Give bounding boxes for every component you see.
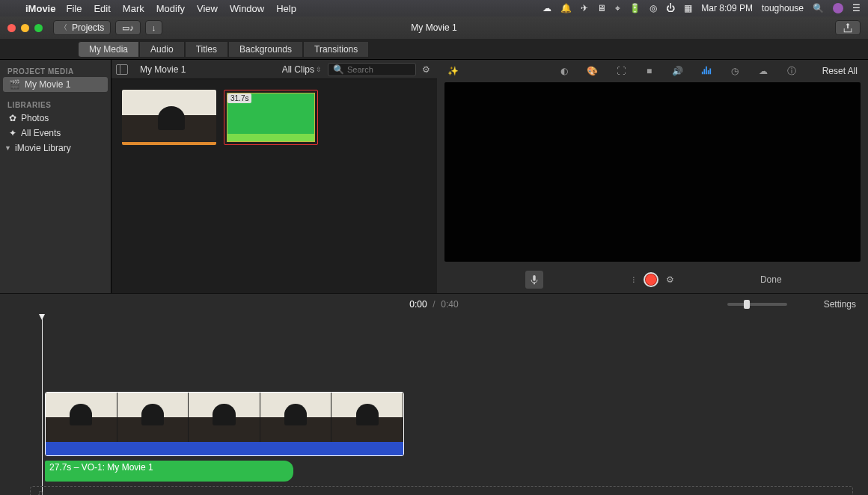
search-input[interactable] (347, 65, 415, 74)
menu-mark[interactable]: Mark (123, 3, 144, 14)
volume-icon[interactable]: 🔊 (671, 66, 685, 76)
current-time: 0:00 (409, 299, 427, 310)
menu-modify[interactable]: Modify (156, 3, 185, 14)
drag-handle-icon[interactable]: ⫶ (632, 274, 636, 285)
music-track[interactable]: ♫ (30, 486, 853, 495)
video-frame (189, 393, 260, 442)
menu-help[interactable]: Help (276, 3, 296, 14)
spotlight-icon[interactable]: 🔍 (813, 3, 824, 13)
search-box[interactable]: 🔍 (328, 63, 416, 76)
clip-grid: 31.7s (111, 79, 437, 293)
screenshot-icon[interactable]: ◎ (650, 3, 657, 13)
clip-filter[interactable]: All Clips⇳ (282, 64, 322, 75)
music-icon: ♫ (37, 488, 43, 495)
media-tabs: My Media Audio Titles Backgrounds Transi… (0, 39, 868, 60)
timeline[interactable]: 27.7s – VO-1: My Movie 1 ♫ (0, 314, 868, 495)
audio-track-clip[interactable]: 27.7s – VO-1: My Movie 1 (45, 461, 293, 482)
power-icon[interactable]: ⏻ (666, 3, 675, 13)
effects-icon[interactable]: ☁︎ (757, 66, 770, 76)
speed-icon[interactable]: ◷ (728, 66, 742, 76)
sidebar-item-all-events[interactable]: ✦ All Events (3, 126, 108, 141)
share-button[interactable] (835, 20, 861, 35)
control-center-icon[interactable]: ☰ (852, 3, 861, 13)
projects-button[interactable]: 〈Projects (53, 20, 111, 35)
color-balance-icon[interactable]: ◐ (557, 66, 571, 76)
zoom-button[interactable] (34, 24, 43, 32)
gear-icon[interactable]: ⚙︎ (422, 64, 433, 75)
tab-transitions[interactable]: Transitions (303, 41, 369, 58)
clip-duration-badge: 31.7s (227, 93, 251, 103)
audio-clip-label: 27.7s – VO-1: My Movie 1 (49, 462, 153, 473)
location-icon[interactable]: ✈︎ (581, 3, 588, 13)
browser-project-name: My Movie 1 (140, 64, 186, 75)
timeline-header: 0:00 / 0:40 Settings (0, 293, 868, 314)
app-menus: File Edit Mark Modify View Window Help (66, 3, 296, 14)
window-controls (7, 24, 43, 32)
menu-edit[interactable]: Edit (94, 3, 110, 14)
audio-clip-thumb[interactable]: 31.7s (224, 90, 318, 145)
tab-backgrounds[interactable]: Backgrounds (228, 41, 303, 58)
record-button[interactable] (644, 272, 658, 287)
library-sidebar: PROJECT MEDIA 🎬 My Movie 1 LIBRARIES ✿ P… (0, 60, 111, 293)
tab-audio[interactable]: Audio (139, 41, 185, 58)
menu-file[interactable]: File (66, 3, 82, 14)
preview-toolbar: ✨ ◐ 🎨 ⛶ ■ 🔊 ◷ ☁︎ ⓘ Reset All (437, 60, 868, 82)
clip-audio-wave (46, 442, 403, 455)
star-icon: ✦ (9, 128, 16, 138)
sidebar-item-library[interactable]: ▼ iMovie Library (3, 141, 108, 156)
sidebar-header-libraries: LIBRARIES (3, 98, 108, 111)
sidebar-item-photos[interactable]: ✿ Photos (3, 111, 108, 126)
timeline-settings-button[interactable]: Settings (824, 299, 856, 310)
layout-toggle[interactable]: ▭♪ (115, 20, 141, 35)
equalizer-icon[interactable] (700, 65, 713, 78)
video-track-clip[interactable] (45, 392, 404, 456)
app-name[interactable]: iMovie (25, 3, 55, 14)
siri-icon[interactable] (833, 3, 843, 13)
tab-my-media[interactable]: My Media (78, 41, 139, 58)
menu-view[interactable]: View (197, 3, 218, 14)
time-display: 0:00 / 0:40 (409, 298, 458, 310)
enhance-icon[interactable]: ✨ (447, 66, 459, 76)
stabilize-icon[interactable]: ■ (643, 66, 656, 76)
menubar-tray: ☁︎ 🔔 ✈︎ 🖥 ⌖ 🔋 ◎ ⏻ ▦ Mar 8:09 PM toughous… (542, 3, 861, 13)
tab-titles[interactable]: Titles (185, 41, 228, 58)
macos-menubar: iMovie File Edit Mark Modify View Window… (0, 0, 868, 16)
video-frame (46, 393, 117, 442)
crop-icon[interactable]: ⛶ (614, 66, 628, 76)
reset-all-button[interactable]: Reset All (822, 66, 858, 76)
video-frame (260, 393, 332, 442)
video-clip-thumb[interactable] (122, 90, 216, 145)
preview-footer: ⫶ ⚙ Done (437, 266, 868, 293)
color-correction-icon[interactable]: 🎨 (586, 66, 599, 76)
import-button[interactable]: ↓ (145, 20, 163, 35)
clapperboard-icon: 🎬 (9, 79, 20, 90)
video-frame (331, 393, 403, 442)
video-frame (117, 393, 189, 442)
info-icon[interactable]: ⓘ (785, 65, 798, 78)
sidebar-toggle[interactable] (116, 64, 128, 75)
photos-icon: ✿ (9, 113, 16, 123)
preview-viewport[interactable] (444, 82, 861, 262)
window-toolbar: 〈Projects ▭♪ ↓ My Movie 1 (0, 16, 868, 39)
record-options-icon[interactable]: ⚙ (666, 274, 674, 285)
zoom-slider[interactable] (727, 303, 787, 306)
sidebar-item-project[interactable]: 🎬 My Movie 1 (3, 77, 108, 92)
display-icon[interactable]: 🖥 (597, 3, 606, 13)
voiceover-button[interactable] (525, 271, 543, 289)
done-button[interactable]: Done (683, 274, 860, 285)
disclosure-triangle-icon[interactable]: ▼ (4, 144, 10, 152)
minimize-button[interactable] (21, 24, 29, 32)
menu-window[interactable]: Window (230, 3, 264, 14)
wechat-icon[interactable]: ☁︎ (542, 3, 551, 13)
battery-icon[interactable]: 🔋 (629, 3, 641, 13)
notification-icon[interactable]: 🔔 (560, 3, 572, 13)
media-browser: My Movie 1 All Clips⇳ 🔍 ⚙︎ 31.7s (111, 60, 437, 293)
bluetooth-icon[interactable]: ⌖ (615, 3, 620, 13)
close-button[interactable] (7, 24, 16, 32)
playhead[interactable] (42, 314, 43, 495)
user-name[interactable]: toughouse (762, 3, 804, 13)
clock[interactable]: Mar 8:09 PM (701, 3, 753, 13)
grid-icon[interactable]: ▦ (684, 3, 692, 13)
duration: 0:40 (441, 299, 458, 310)
preview-panel: ✨ ◐ 🎨 ⛶ ■ 🔊 ◷ ☁︎ ⓘ Reset All ⫶ (437, 60, 868, 293)
